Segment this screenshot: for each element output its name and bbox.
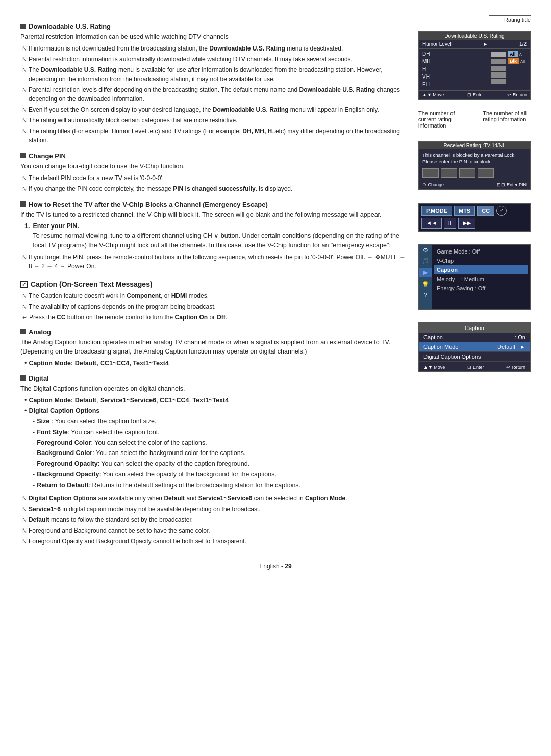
note-text-2: Parental restriction information is auto… bbox=[29, 55, 353, 64]
dash-label-fg-opacity: - bbox=[33, 459, 35, 469]
setup-menu: Game Mode : Off V-Chip Caption Melody : … bbox=[432, 245, 530, 309]
rating-nav-move: ▲▼ Move bbox=[422, 92, 444, 97]
pin-note-text-1: The default PIN code for a new TV set is… bbox=[29, 173, 164, 183]
note-item-6: N The rating will automatically block ce… bbox=[20, 116, 408, 125]
emergency-screen-title: Received Rating :TV-14/NL bbox=[419, 142, 530, 149]
step-1-body: To resume normal viewing, tune to a diff… bbox=[33, 231, 408, 250]
setup-sidebar: ⚙ 🎵 ▶ 💡 ? bbox=[419, 245, 432, 309]
caption-nav: ▲▼ Move ⊡ Enter ↩ Return bbox=[419, 363, 530, 371]
step-1-title: Enter your PIN. bbox=[33, 221, 408, 231]
step-1: 1. Enter your PIN. To resume normal view… bbox=[20, 221, 408, 250]
bottom-note-1: N Digital Caption Options are available … bbox=[20, 494, 408, 503]
dash-bg-opacity: - Background Opacity: You can select the… bbox=[20, 470, 408, 480]
pin-note-text-2: If you change the PIN code completely, t… bbox=[29, 184, 292, 193]
pin-note-icon-2: N bbox=[22, 185, 27, 193]
caption-note-icon-2: N bbox=[22, 303, 27, 311]
cc-button[interactable]: CC bbox=[477, 206, 494, 216]
caption-note-3: ↵ Press the CC button on the remote cont… bbox=[20, 313, 408, 322]
current-rating-label: The number of current rating information bbox=[418, 110, 472, 129]
page-container: Downloadable U.S. Rating Parental restri… bbox=[20, 15, 531, 547]
emergency-note-text: If you forget the PIN, press the remote-… bbox=[29, 253, 408, 271]
sidebar-icon-1: ⚙ bbox=[423, 247, 428, 254]
caption-label: Caption bbox=[423, 334, 443, 340]
pause-button[interactable]: II bbox=[444, 218, 456, 229]
note-text-4: Parental restriction levels differ depen… bbox=[29, 85, 408, 104]
caption-mode-label: Caption Mode bbox=[423, 344, 459, 350]
emergency-title: How to Reset the TV after the V-Chip Blo… bbox=[29, 200, 268, 208]
dash-label-bg-opacity: - bbox=[33, 470, 35, 480]
setup-item-melody[interactable]: Melody : Medium bbox=[434, 274, 528, 284]
humor-level-value: 1/2 bbox=[519, 41, 527, 47]
dash-text-fg-color: Foreground Color: You can select the col… bbox=[37, 438, 207, 448]
section-change-pin: Change PIN bbox=[20, 152, 408, 160]
note-icon-5: N bbox=[22, 106, 27, 114]
dash-text-size: Size : You can select the caption font s… bbox=[37, 417, 156, 426]
dash-label-bg-color: - bbox=[33, 448, 35, 458]
rating-row-eh: EH bbox=[422, 81, 486, 88]
note-icon-2: N bbox=[22, 55, 27, 64]
bottom-note-icon-2: N bbox=[22, 505, 27, 514]
bottom-note-icon-4: N bbox=[22, 526, 27, 535]
dash-text-font: Font Style: You can select the caption f… bbox=[37, 427, 159, 437]
digital-caption-options-label: Digital Caption Options bbox=[423, 354, 481, 360]
pin-box-2 bbox=[441, 168, 457, 178]
note-text-3: The Downloadable U.S. Rating menu is ava… bbox=[29, 65, 408, 84]
caption-main-section: Caption (On-Screen Text Messages) bbox=[20, 280, 408, 288]
digital-bullet-1: • Caption Mode: Default, Service1~Servic… bbox=[20, 396, 408, 406]
caption-note-icon-1: N bbox=[22, 292, 27, 300]
digital-icon bbox=[20, 375, 26, 381]
bottom-note-icon-3: N bbox=[22, 516, 27, 524]
footer-page-num: - 29 bbox=[281, 563, 292, 570]
bottom-note-3: N Default means to follow the standard s… bbox=[20, 515, 408, 524]
rating-row-dh: DH bbox=[422, 50, 486, 58]
dash-label-font: - bbox=[33, 427, 35, 437]
pmode-button[interactable]: P.MODE bbox=[421, 206, 452, 216]
digital-bullet-text-1: Caption Mode: Default, Service1~Service6… bbox=[29, 396, 229, 406]
analog-icon bbox=[20, 329, 26, 334]
rating-screen-title: Downloadable U.S. Rating bbox=[419, 32, 530, 40]
forward-button[interactable]: ▶▶ bbox=[458, 218, 475, 229]
caption-value: : On bbox=[515, 334, 525, 340]
bottom-note-icon-5: N bbox=[22, 537, 27, 546]
pin-note-2: N If you change the PIN code completely,… bbox=[20, 184, 408, 193]
note-item-4: N Parental restriction levels differ dep… bbox=[20, 85, 408, 104]
sidebar-icon-3: ▶ bbox=[419, 268, 432, 277]
emergency-screen: Received Rating :TV-14/NL This channel i… bbox=[418, 141, 531, 190]
caption-screen-title: Caption bbox=[419, 323, 530, 333]
note-icon-1: N bbox=[22, 44, 27, 53]
cc-buttons-row: P.MODE MTS CC ✓ bbox=[421, 206, 528, 216]
dash-size: - Size : You can select the caption font… bbox=[20, 417, 408, 426]
all-rating-label: The number of all rating information bbox=[483, 110, 531, 129]
rating-nav-return: ↩ Return bbox=[507, 92, 527, 97]
all-btn[interactable]: All bbox=[508, 51, 518, 57]
digital-bullet-dot-2: • bbox=[24, 406, 27, 416]
setup-item-caption[interactable]: Caption bbox=[434, 265, 528, 274]
change-pin-icon bbox=[20, 153, 26, 158]
digital-bullet-dot-1: • bbox=[24, 396, 27, 406]
digital-title: Digital bbox=[29, 374, 49, 382]
change-pin-title: Change PIN bbox=[29, 152, 66, 160]
caption-note-2: N The availability of captions depends o… bbox=[20, 302, 408, 311]
emergency-body: If the TV is tuned to a restricted chann… bbox=[20, 210, 408, 220]
setup-screen: ⚙ 🎵 ▶ 💡 ? Game Mode : Off V-Chip Caption… bbox=[418, 244, 531, 310]
bottom-note-text-4: Foreground and Background cannot be set … bbox=[29, 526, 210, 535]
rewind-button[interactable]: ◄◄ bbox=[421, 218, 442, 229]
dash-return-default: - Return to Default: Returns to the defa… bbox=[20, 481, 408, 490]
caption-screen: Caption Caption : On Caption Mode : Defa… bbox=[418, 322, 531, 372]
setup-item-vchip[interactable]: V-Chip bbox=[434, 256, 528, 265]
cc-screen: P.MODE MTS CC ✓ ◄◄ II ▶▶ bbox=[418, 203, 531, 232]
bottom-note-text-1: Digital Caption Options are available on… bbox=[29, 494, 347, 503]
emergency-nav-enter: ⊡⊡ Enter PIN bbox=[497, 182, 527, 187]
setup-item-game-mode[interactable]: Game Mode : Off bbox=[434, 247, 528, 256]
dash-text-bg-opacity: Background Opacity: You can select the o… bbox=[37, 470, 277, 480]
mts-button[interactable]: MTS bbox=[454, 206, 475, 216]
note-text-7: The rating titles (For example: Humor Le… bbox=[29, 127, 408, 145]
dash-text-fg-opacity: Foreground Opacity: You can select the o… bbox=[37, 459, 249, 469]
note-item-5: N Even if you set the On-screen display … bbox=[20, 105, 408, 114]
caption-row-digital-options: Digital Caption Options bbox=[419, 352, 530, 362]
blk-btn[interactable]: Blk bbox=[508, 58, 519, 64]
note-text-1: If information is not downloaded from th… bbox=[29, 44, 343, 53]
sidebar-icon-5: ? bbox=[424, 292, 427, 298]
setup-item-energy[interactable]: Energy Saving : Off bbox=[434, 284, 528, 293]
bottom-note-icon-1: N bbox=[22, 494, 27, 503]
